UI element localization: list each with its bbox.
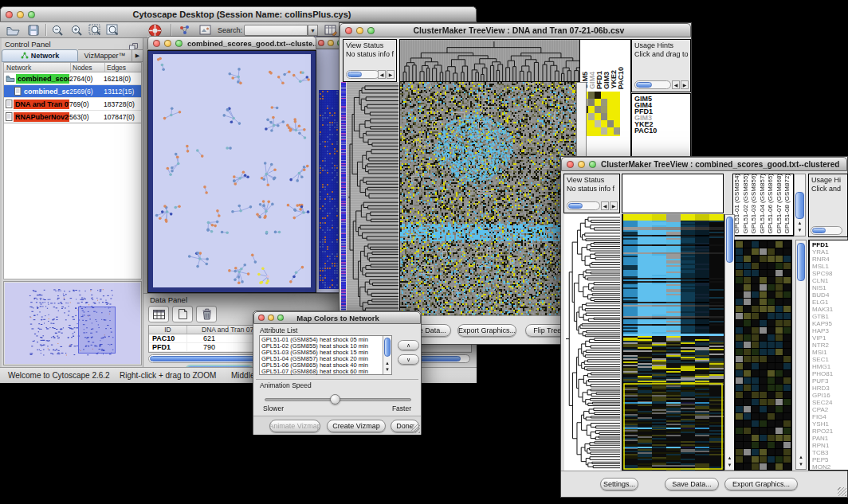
scroll-right-icon[interactable]: ▶ [610, 201, 618, 210]
scroll-up-icon[interactable]: ▲ [795, 220, 805, 227]
gene-label[interactable]: MON2 [812, 463, 848, 471]
gene-label[interactable]: NTR2 [812, 342, 848, 349]
tv1-global-strip-canvas[interactable] [341, 82, 346, 315]
tv2-usage-scrollbar[interactable] [811, 226, 842, 235]
tv2-status-scrollbar[interactable] [567, 201, 600, 210]
move-down-button[interactable]: ∨ [398, 354, 419, 365]
gene-label[interactable]: PEP5 [812, 456, 848, 463]
tv1-status-scrollbar[interactable] [346, 70, 379, 79]
network-list-row[interactable]: combined_scores2764(0)16218(0) [4, 72, 141, 85]
zoom-window-icon[interactable] [589, 161, 596, 168]
export-graphics-button[interactable]: Export Graphics... [724, 478, 798, 490]
zoom-selected-icon[interactable] [104, 23, 123, 37]
network-list-row[interactable]: RNAPuberNov2+1563(0)107847(0) [4, 111, 141, 123]
gene-label[interactable]: PHO81 [812, 370, 848, 377]
minimize-icon[interactable] [356, 27, 363, 34]
resize-grip[interactable] [411, 424, 420, 433]
gene-label[interactable]: SEC24 [812, 399, 848, 406]
open-file-icon[interactable] [3, 23, 22, 37]
tabs-more-button[interactable]: ▶ [132, 49, 143, 62]
export-graphics-button[interactable]: Export Graphics... [457, 324, 516, 337]
attribute-listbox[interactable]: GPL51-01 (GSM854) heat shock 05 minGPL51… [259, 335, 392, 375]
gene-label[interactable]: GTB1 [812, 313, 848, 320]
scroll-right-icon[interactable]: ▶ [387, 70, 395, 79]
gene-label[interactable]: SEC1 [812, 356, 848, 363]
close-icon[interactable] [258, 315, 265, 321]
close-icon[interactable] [345, 27, 352, 34]
gene-label[interactable]: PAN1 [812, 435, 848, 442]
attribute-list-item[interactable]: GPL51-07 (GSM868) heat shock 60 min [261, 369, 391, 375]
save-icon[interactable] [24, 23, 43, 37]
gene-label[interactable]: HRD3 [812, 385, 848, 392]
minimize-icon[interactable] [17, 11, 24, 18]
scroll-down-icon[interactable]: ▼ [383, 366, 391, 373]
gene-label[interactable]: MSL1 [812, 263, 848, 270]
new-attribute-icon[interactable] [172, 306, 193, 322]
tv2-row-dendrogram-canvas[interactable] [564, 214, 620, 471]
tv2-zoom-vscrollbar[interactable]: ▲ ▼ [795, 240, 807, 470]
scroll-left-icon[interactable]: ◀ [601, 201, 609, 210]
tv1-heatmap-canvas[interactable] [399, 82, 576, 315]
zoom-in-icon[interactable] [67, 23, 86, 37]
tv1-usage-scrollbar[interactable] [634, 80, 671, 89]
zoom-window-icon[interactable] [367, 27, 375, 34]
gene-label[interactable]: SPC98 [812, 270, 848, 277]
gene-label[interactable]: RNR4 [812, 256, 848, 263]
gene-label[interactable]: RPO21 [812, 428, 848, 435]
tab-vizmapper[interactable]: VizMapper™ [78, 49, 132, 62]
scroll-down-icon[interactable]: ▼ [795, 227, 805, 234]
scroll-down-icon[interactable]: ▼ [725, 462, 734, 469]
attribute-list-vscrollbar[interactable]: ▲ ▼ [383, 336, 391, 374]
gene-label[interactable]: PUF3 [812, 377, 848, 385]
main-title-bar[interactable]: Cytoscape Desktop (Session Name: collins… [0, 6, 477, 22]
scroll-right-icon[interactable]: ▶ [681, 80, 689, 89]
scroll-up-icon[interactable]: ▲ [796, 454, 806, 461]
tab-network[interactable]: Network [2, 49, 78, 62]
close-icon[interactable] [318, 40, 324, 46]
gene-label[interactable]: MAK31 [812, 306, 848, 313]
gene-label[interactable]: BUD4 [812, 291, 848, 299]
close-icon[interactable] [567, 161, 574, 168]
search-dropdown-button[interactable]: ▼ [308, 25, 318, 36]
scroll-left-icon[interactable]: ◀ [672, 80, 680, 89]
network-overview-canvas[interactable] [5, 283, 140, 364]
gene-label[interactable]: PFD1 [812, 241, 848, 248]
gene-label[interactable]: HMG1 [812, 363, 848, 370]
gene-label[interactable]: MSI1 [812, 349, 848, 356]
gene-label[interactable]: GPI16 [812, 392, 848, 399]
scroll-up-icon[interactable]: ▲ [725, 455, 734, 462]
gene-label[interactable]: VIP1 [812, 334, 848, 342]
zoom-fit-icon[interactable] [86, 23, 105, 37]
tv1-row-dendrogram-canvas[interactable] [347, 82, 398, 315]
gene-label[interactable]: KAP95 [812, 320, 848, 327]
gene-label[interactable]: CPA2 [812, 406, 848, 413]
id-column-header[interactable]: ID [149, 326, 187, 334]
gene-label[interactable]: CLN1 [812, 277, 848, 284]
tv2-heatmap-canvas[interactable] [622, 214, 724, 471]
tv1-mini-heatmap-canvas[interactable] [582, 92, 620, 136]
zoom-out-icon[interactable] [48, 23, 67, 37]
gene-label[interactable]: YSH1 [812, 420, 848, 428]
zoom-window-icon[interactable] [175, 40, 183, 47]
gene-label[interactable]: FIG4 [812, 413, 848, 420]
gene-label[interactable]: TCB3 [812, 449, 848, 456]
zoom-window-icon[interactable] [277, 315, 284, 321]
scroll-down-icon[interactable]: ▼ [796, 461, 806, 468]
select-attributes-icon[interactable] [148, 306, 169, 322]
search-input[interactable] [244, 25, 308, 36]
tv1-column-dendrogram-canvas[interactable] [399, 39, 588, 82]
minimize-icon[interactable] [268, 315, 274, 321]
gene-label[interactable]: ELG1 [812, 299, 848, 306]
minimize-icon[interactable] [328, 40, 334, 46]
close-icon[interactable] [153, 40, 160, 47]
gene-label[interactable]: NIS1 [812, 284, 848, 291]
network1-view-canvas[interactable] [153, 54, 311, 287]
treeview2-title-bar[interactable]: ClusterMaker TreeView : combined_scores_… [561, 157, 847, 171]
animate-vizmap-button[interactable]: Animate Vizmap [269, 420, 320, 432]
gene-label[interactable]: RPN1 [812, 442, 848, 449]
settings-button[interactable]: Settings... [600, 478, 638, 490]
dialog-title-bar[interactable]: Map Colors to Network [253, 311, 421, 324]
delete-attribute-trash-icon[interactable] [196, 306, 217, 322]
close-icon[interactable] [6, 11, 13, 18]
scroll-left-icon[interactable]: ◀ [378, 70, 386, 79]
